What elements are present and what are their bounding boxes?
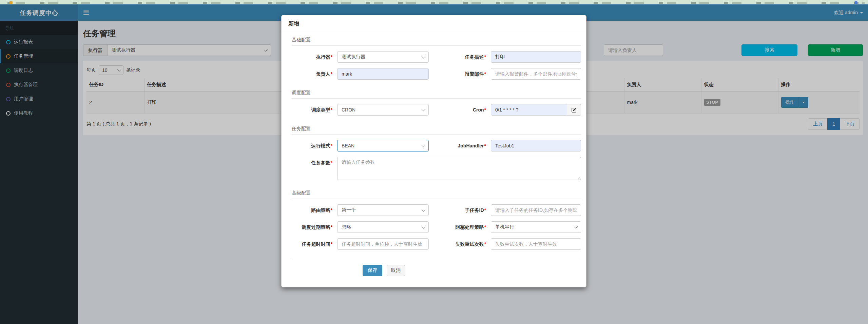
cron-input-group: [491, 104, 581, 116]
section-base-config: 基础配置: [292, 37, 581, 46]
author-input[interactable]: [337, 68, 429, 80]
required-mark: *: [484, 143, 486, 148]
cancel-button[interactable]: 取消: [387, 265, 405, 276]
bookmark-icon: [854, 1, 857, 4]
job-handler-input[interactable]: [491, 140, 581, 151]
chevron-down-icon: [574, 225, 578, 228]
misfire-strategy-select[interactable]: 忽略: [337, 221, 429, 233]
section-advanced-config: 高级配置: [292, 190, 581, 199]
browser-bookmarks-bar: [0, 0, 868, 4]
required-mark: *: [331, 224, 332, 230]
required-mark: *: [331, 143, 332, 148]
timeout-label: 任务超时时间*: [292, 238, 332, 250]
schedule-type-label: 调度类型*: [292, 104, 332, 116]
bookmark-icon: [9, 1, 13, 4]
job-desc-label: 任务描述*: [433, 51, 486, 63]
chevron-down-icon: [422, 225, 425, 228]
job-form: 基础配置 执行器* 测试执行器 任务描述* 负责人* 报警邮件* 调度配置: [292, 36, 580, 250]
glue-type-label: 运行模式*: [292, 140, 332, 151]
glue-type-select[interactable]: BEAN: [337, 140, 429, 151]
required-mark: *: [484, 71, 486, 77]
cron-edit-button[interactable]: [567, 104, 581, 116]
alarm-email-input[interactable]: [491, 68, 581, 80]
required-mark: *: [331, 54, 332, 60]
required-mark: *: [331, 107, 332, 113]
modal-footer: 保存 取消: [292, 259, 580, 287]
route-strategy-select[interactable]: 第一个: [337, 204, 429, 216]
misfire-strategy-label: 调度过期策略*: [292, 221, 332, 233]
job-param-textarea[interactable]: [337, 157, 581, 180]
job-desc-input[interactable]: [491, 51, 581, 63]
alarm-email-label: 报警邮件*: [433, 68, 486, 80]
bookmark-items: [7, 2, 865, 4]
required-mark: *: [484, 224, 486, 230]
section-schedule-config: 调度配置: [292, 90, 581, 99]
author-label: 负责人*: [292, 68, 332, 80]
child-jobid-input[interactable]: [491, 204, 581, 216]
add-job-modal: 新增 基础配置 执行器* 测试执行器 任务描述* 负责人* 报警邮件*: [281, 15, 586, 287]
fail-retry-input[interactable]: [491, 238, 581, 250]
required-mark: *: [484, 54, 486, 60]
modal-header: 新增: [282, 15, 586, 32]
job-param-label: 任务参数*: [292, 157, 332, 168]
executor-label: 执行器*: [292, 51, 332, 63]
edit-pencil-icon: [572, 107, 577, 113]
chevron-down-icon: [422, 143, 425, 147]
modal-title: 新增: [288, 21, 299, 26]
chevron-down-icon: [422, 107, 425, 111]
required-mark: *: [331, 71, 332, 77]
job-handler-label: JobHandler*: [433, 140, 486, 151]
required-mark: *: [484, 107, 486, 113]
child-jobid-label: 子任务ID*: [433, 204, 486, 216]
required-mark: *: [484, 207, 486, 213]
block-strategy-select[interactable]: 单机串行: [491, 221, 581, 233]
required-mark: *: [484, 241, 486, 247]
required-mark: *: [331, 207, 332, 213]
route-strategy-label: 路由策略*: [292, 204, 332, 216]
cron-input[interactable]: [491, 104, 567, 116]
required-mark: *: [331, 241, 332, 247]
chevron-down-icon: [422, 55, 425, 58]
chevron-down-icon: [422, 208, 425, 211]
save-button[interactable]: 保存: [363, 265, 382, 276]
block-strategy-label: 阻塞处理策略*: [433, 221, 486, 233]
modal-body: 基础配置 执行器* 测试执行器 任务描述* 负责人* 报警邮件* 调度配置: [282, 32, 586, 287]
section-job-config: 任务配置: [292, 126, 581, 135]
required-mark: *: [331, 160, 332, 165]
executor-select[interactable]: 测试执行器: [337, 51, 429, 63]
cron-label: Cron*: [433, 104, 486, 116]
fail-retry-label: 失败重试次数*: [433, 238, 486, 250]
timeout-input[interactable]: [337, 238, 429, 250]
schedule-type-select[interactable]: CRON: [337, 104, 429, 116]
